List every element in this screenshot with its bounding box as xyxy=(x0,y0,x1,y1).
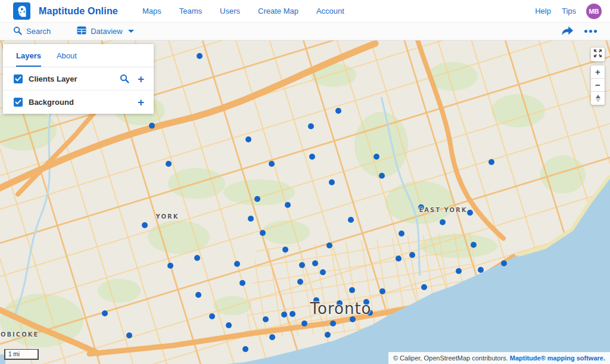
client-point[interactable] xyxy=(285,202,291,208)
client-point[interactable] xyxy=(421,284,427,290)
search-button[interactable]: Search xyxy=(7,24,57,39)
maptitude-attribution-link[interactable]: Maptitude® mapping software. xyxy=(510,354,605,362)
layer-add-button[interactable]: + xyxy=(138,97,144,108)
client-point[interactable] xyxy=(254,196,260,202)
client-point[interactable] xyxy=(126,332,132,338)
client-point[interactable] xyxy=(379,173,385,179)
dataview-button[interactable]: Dataview xyxy=(71,24,139,39)
client-point[interactable] xyxy=(209,313,215,319)
client-point[interactable] xyxy=(396,256,402,262)
client-point[interactable] xyxy=(281,312,287,318)
layer-row-actions: + xyxy=(120,73,144,85)
nav-item-help[interactable]: Help xyxy=(530,1,556,21)
more-options-button[interactable] xyxy=(584,30,597,33)
tab-layers[interactable]: Layers xyxy=(16,51,41,67)
top-navbar: Maptitude Online MapsTeamsUsersCreate Ma… xyxy=(0,0,610,23)
tab-about[interactable]: About xyxy=(57,51,77,67)
place-label-toronto: Toronto xyxy=(310,300,372,318)
client-point[interactable] xyxy=(242,346,248,352)
place-label-york: YORK xyxy=(156,213,179,220)
client-point[interactable] xyxy=(456,268,462,274)
client-point[interactable] xyxy=(245,136,251,142)
layers-panel-tabs: LayersAbout xyxy=(3,44,154,67)
client-point[interactable] xyxy=(195,292,201,298)
client-point[interactable] xyxy=(320,269,326,275)
client-point[interactable] xyxy=(330,321,336,326)
layer-add-button[interactable]: + xyxy=(138,73,144,85)
client-point[interactable] xyxy=(467,210,473,216)
arrow-down-icon xyxy=(596,99,600,102)
client-point[interactable] xyxy=(409,252,415,258)
client-point[interactable] xyxy=(149,123,155,129)
client-point[interactable] xyxy=(167,263,173,269)
user-avatar[interactable]: MB xyxy=(586,4,602,19)
client-point[interactable] xyxy=(197,53,203,59)
client-point[interactable] xyxy=(501,260,507,266)
nav-item-teams[interactable]: Teams xyxy=(170,1,211,21)
maptitude-logo-icon[interactable] xyxy=(13,2,30,20)
client-point[interactable] xyxy=(335,108,341,114)
share-button[interactable] xyxy=(561,26,574,37)
client-point[interactable] xyxy=(239,280,245,286)
nav-item-create-map[interactable]: Create Map xyxy=(249,1,307,21)
fullscreen-icon xyxy=(593,49,602,60)
nav-item-tips[interactable]: Tips xyxy=(556,1,581,21)
client-point[interactable] xyxy=(329,179,335,185)
layer-checkbox[interactable] xyxy=(14,74,23,83)
client-point[interactable] xyxy=(399,231,404,237)
attribution-text: © Caliper, OpenStreetMap contributors. xyxy=(393,354,508,362)
search-icon xyxy=(13,26,22,37)
place-label-east-york: EAST YORK xyxy=(419,207,468,213)
main-nav: MapsTeamsUsersCreate MapAccount xyxy=(133,1,353,21)
layer-label: Clients Layer xyxy=(29,74,77,83)
chevron-down-icon xyxy=(128,30,134,33)
pan-tilt-button[interactable] xyxy=(591,92,605,105)
nav-item-users[interactable]: Users xyxy=(211,1,249,21)
top-right-nav: HelpTips MB xyxy=(530,1,602,21)
client-point[interactable] xyxy=(248,216,254,222)
zoom-in-button[interactable]: + xyxy=(591,66,605,79)
client-point[interactable] xyxy=(102,310,108,316)
client-point[interactable] xyxy=(226,322,232,328)
client-point[interactable] xyxy=(440,219,446,225)
zoom-control: + − xyxy=(591,66,605,105)
client-point[interactable] xyxy=(282,247,288,253)
client-point[interactable] xyxy=(308,123,314,129)
client-point[interactable] xyxy=(349,287,355,293)
client-point[interactable] xyxy=(269,161,275,167)
client-point[interactable] xyxy=(269,334,275,340)
layer-row-clients-layer: Clients Layer+ xyxy=(3,67,154,91)
client-point[interactable] xyxy=(379,288,385,294)
client-point[interactable] xyxy=(299,262,305,268)
fullscreen-button[interactable] xyxy=(591,48,605,61)
dataview-table-icon xyxy=(77,26,86,36)
client-point[interactable] xyxy=(142,222,148,228)
layer-checkbox[interactable] xyxy=(14,98,23,107)
client-point[interactable] xyxy=(488,159,494,165)
client-point[interactable] xyxy=(301,321,307,326)
client-point[interactable] xyxy=(312,260,318,266)
place-label-obicoke: OBICOKE xyxy=(1,331,39,338)
client-point[interactable] xyxy=(348,217,354,223)
client-point[interactable] xyxy=(263,316,269,322)
scale-bar: 1 mi xyxy=(4,349,39,360)
client-point[interactable] xyxy=(194,255,200,261)
client-point[interactable] xyxy=(325,332,331,338)
layers-panel: LayersAbout Clients Layer+Background+ xyxy=(3,44,154,114)
client-point[interactable] xyxy=(326,242,332,248)
client-point[interactable] xyxy=(297,279,303,285)
client-point[interactable] xyxy=(478,267,484,273)
zoom-out-button[interactable]: − xyxy=(591,79,605,92)
client-point[interactable] xyxy=(166,161,172,167)
map-canvas[interactable]: YORKEAST YORKTorontoOBICOKE LayersAbout … xyxy=(0,41,610,364)
client-point[interactable] xyxy=(471,242,477,248)
client-point[interactable] xyxy=(290,311,295,317)
client-point[interactable] xyxy=(234,261,240,267)
layer-search-button[interactable] xyxy=(120,74,129,83)
nav-item-maps[interactable]: Maps xyxy=(133,1,170,21)
client-point[interactable] xyxy=(309,154,315,160)
client-point[interactable] xyxy=(260,230,266,236)
app-title[interactable]: Maptitude Online xyxy=(39,6,118,17)
client-point[interactable] xyxy=(374,154,379,160)
nav-item-account[interactable]: Account xyxy=(307,1,353,21)
